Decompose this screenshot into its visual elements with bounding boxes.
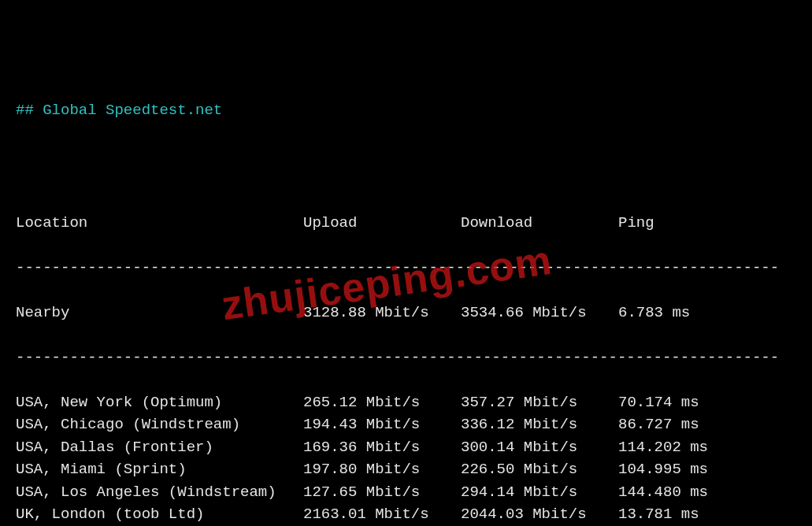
cell-download: 357.27 Mbit/s [461, 391, 618, 414]
header-download: Download [461, 212, 618, 235]
table-row: UK, London (toob Ltd)2163.01 Mbit/s2044.… [16, 503, 796, 526]
header-ping: Ping [618, 212, 654, 235]
table-row: USA, Chicago (Windstream)194.43 Mbit/s33… [16, 413, 796, 436]
blank-line [16, 144, 796, 167]
table-header-row: LocationUploadDownloadPing [16, 212, 796, 235]
cell-download: 300.14 Mbit/s [461, 436, 618, 459]
header-location: Location [16, 212, 303, 235]
nearby-upload: 3128.88 Mbit/s [303, 302, 461, 324]
cell-ping: 86.727 ms [618, 413, 699, 436]
cell-location: USA, Dallas (Frontier) [16, 436, 303, 459]
cell-upload: 2163.01 Mbit/s [303, 503, 461, 526]
cell-download: 294.14 Mbit/s [461, 481, 618, 504]
cell-ping: 13.781 ms [618, 503, 699, 526]
table-row: USA, New York (Optimum)265.12 Mbit/s357.… [16, 391, 796, 414]
separator: ----------------------------------------… [16, 346, 795, 369]
cell-upload: 197.80 Mbit/s [303, 458, 461, 481]
nearby-row: Nearby3128.88 Mbit/s3534.66 Mbit/s6.783 … [16, 302, 796, 324]
cell-ping: 144.480 ms [618, 481, 708, 504]
cell-download: 226.50 Mbit/s [461, 458, 618, 481]
nearby-ping: 6.783 ms [618, 302, 690, 324]
cell-location: USA, Los Angeles (Windstream) [16, 481, 303, 504]
cell-location: USA, Chicago (Windstream) [16, 413, 303, 436]
table-row: USA, Los Angeles (Windstream)127.65 Mbit… [16, 481, 796, 504]
cell-upload: 194.43 Mbit/s [303, 413, 461, 436]
nearby-download: 3534.66 Mbit/s [461, 302, 618, 324]
cell-upload: 127.65 Mbit/s [303, 481, 461, 504]
cell-ping: 114.202 ms [618, 436, 708, 459]
cell-ping: 70.174 ms [618, 391, 699, 414]
separator: ----------------------------------------… [16, 257, 795, 280]
header-upload: Upload [303, 212, 461, 235]
section-title: ## Global Speedtest.net [16, 99, 796, 122]
cell-location: USA, Miami (Sprint) [16, 458, 303, 481]
cell-download: 336.12 Mbit/s [461, 413, 618, 436]
cell-download: 2044.03 Mbit/s [461, 503, 618, 526]
cell-ping: 104.995 ms [618, 458, 708, 481]
cell-location: UK, London (toob Ltd) [16, 503, 303, 526]
speedtest-table: LocationUploadDownloadPing -------------… [16, 189, 796, 526]
table-row: USA, Miami (Sprint)197.80 Mbit/s226.50 M… [16, 458, 796, 481]
cell-location: USA, New York (Optimum) [16, 391, 303, 414]
cell-upload: 265.12 Mbit/s [303, 391, 461, 414]
table-row: USA, Dallas (Frontier)169.36 Mbit/s300.1… [16, 436, 796, 459]
nearby-location: Nearby [16, 302, 303, 324]
cell-upload: 169.36 Mbit/s [303, 436, 461, 459]
